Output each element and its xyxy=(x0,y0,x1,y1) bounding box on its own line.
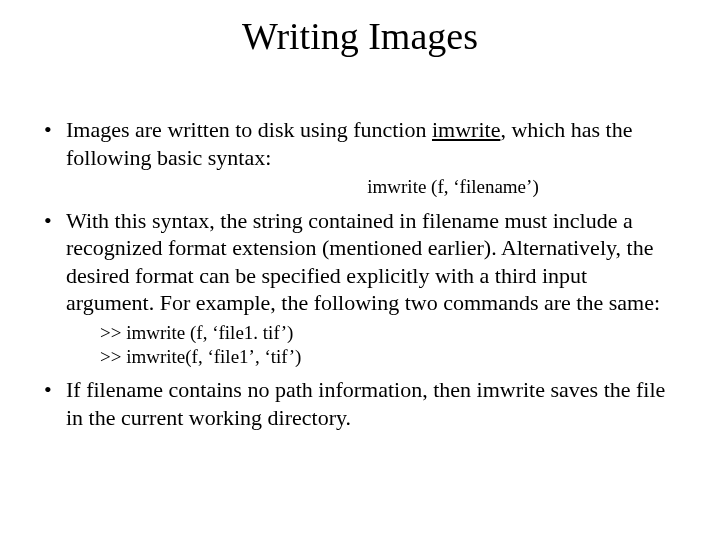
bullet-2-text: With this syntax, the string contained i… xyxy=(66,208,660,316)
syntax-line: imwrite (f, ‘filename’) xyxy=(226,175,680,199)
example-2: >> imwrite(f, ‘file1’, ‘tif’) xyxy=(100,345,680,370)
bullet-list: Images are written to disk using functio… xyxy=(40,116,680,431)
slide-title: Writing Images xyxy=(40,14,680,58)
bullet-1-func: imwrite xyxy=(432,117,500,142)
bullet-1: Images are written to disk using functio… xyxy=(40,116,680,199)
bullet-3: If filename contains no path information… xyxy=(40,376,680,431)
bullet-2: With this syntax, the string contained i… xyxy=(40,207,680,370)
slide: Writing Images Images are written to dis… xyxy=(0,0,720,540)
examples-block: >> imwrite (f, ‘file1. tif’) >> imwrite(… xyxy=(100,321,680,370)
example-1: >> imwrite (f, ‘file1. tif’) xyxy=(100,321,680,346)
bullet-1-pre: Images are written to disk using functio… xyxy=(66,117,432,142)
bullet-3-text: If filename contains no path information… xyxy=(66,377,665,430)
